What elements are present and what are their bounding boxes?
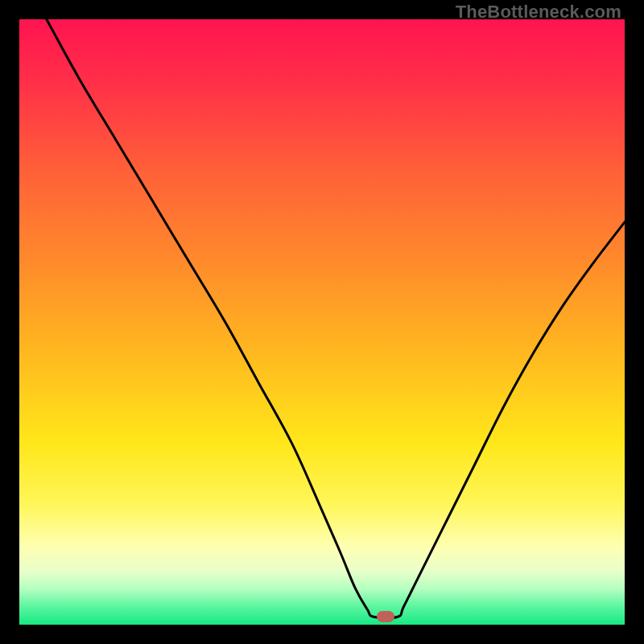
outer-frame: TheBottleneck.com [0, 0, 644, 644]
optimal-marker [377, 611, 394, 622]
watermark-text: TheBottleneck.com [456, 2, 621, 23]
bottleneck-curve [19, 19, 625, 625]
plot-area [19, 19, 625, 625]
